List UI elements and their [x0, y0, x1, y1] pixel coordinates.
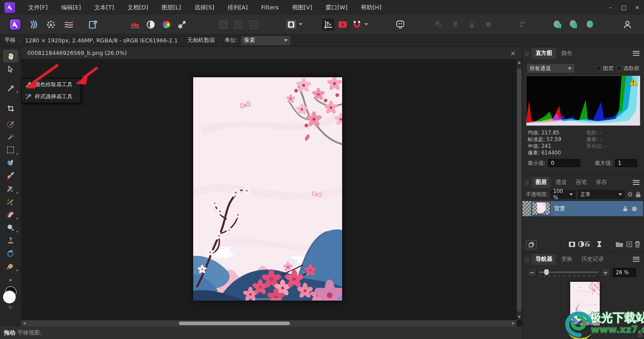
develop-persona-button[interactable] [45, 18, 57, 31]
clone-stamp-tool[interactable] [3, 234, 18, 247]
blur-brush-tool[interactable] [3, 221, 18, 234]
boolean-add-button[interactable] [551, 18, 564, 31]
lock-icon[interactable] [635, 191, 641, 198]
snapping-chevron-icon[interactable] [364, 23, 368, 25]
flyout-item-color-picker[interactable]: 颜色拾取器工具 [21, 79, 80, 91]
color-picker-tool[interactable] [3, 82, 18, 95]
menu-filters[interactable]: Filters [254, 0, 285, 15]
delete-layer-button[interactable] [635, 241, 640, 249]
panel-drag-handle[interactable]: || [525, 256, 529, 262]
flood-select-tool[interactable] [3, 130, 18, 143]
undo-brush-tool[interactable] [3, 247, 18, 260]
quick-mask-button[interactable] [285, 18, 297, 31]
snapping-magnet-button[interactable] [351, 18, 363, 31]
order-front-button[interactable] [482, 18, 495, 31]
layer-thumbnail[interactable] [532, 202, 551, 215]
opacity-select[interactable]: 100 % [551, 190, 576, 199]
unit-select[interactable]: 像素 [241, 36, 290, 45]
marquee-checkbox[interactable] [616, 66, 622, 71]
menu-text[interactable]: 文本[T] [88, 0, 121, 15]
close-button[interactable]: × [631, 0, 644, 15]
insert-inside-button[interactable] [626, 241, 632, 249]
scroll-up-icon[interactable]: ▲ [517, 59, 522, 66]
min-value-input[interactable]: 0 [548, 159, 580, 167]
order-down-button[interactable] [449, 18, 462, 31]
zoom-slider[interactable] [539, 268, 598, 277]
snapping-grid-button[interactable] [322, 18, 335, 31]
layer-visible-toggle[interactable] [632, 206, 637, 211]
more-tools-button[interactable]: » [9, 276, 13, 283]
vertical-scrollbar[interactable]: ▲ ▼ [517, 59, 522, 320]
tab-brushes[interactable]: 画笔 [572, 177, 590, 188]
menu-select[interactable]: 选择[S] [188, 0, 221, 15]
canvas-area[interactable]: 颜色拾取器工具 样式选择器工具 ▲ ▼ [21, 59, 522, 326]
menu-edit[interactable]: 编辑[E] [55, 0, 88, 15]
selection-hatch-button[interactable] [217, 18, 229, 31]
view-hand-tool[interactable] [3, 50, 18, 63]
auto-contrast-button[interactable] [144, 18, 157, 31]
menu-window[interactable]: 窗口[W] [319, 0, 354, 15]
eraser-tool[interactable] [3, 208, 18, 221]
menu-view[interactable]: 视图[V] [285, 0, 319, 15]
menu-document[interactable]: 文档[D] [121, 0, 155, 15]
document-tab[interactable]: 0008118446926569_b.png (26.0%) [21, 47, 133, 59]
duplicate-layer-button[interactable] [526, 240, 537, 249]
max-value-input[interactable]: 1 [615, 159, 637, 167]
channel-select[interactable]: 所有通道 [527, 64, 574, 73]
boolean-intersect-button[interactable] [584, 18, 596, 31]
layer-lock-icon[interactable] [623, 206, 628, 212]
adjustment-layer-button[interactable] [578, 241, 585, 249]
tab-stock[interactable]: 库存 [592, 177, 610, 188]
scroll-right-icon[interactable]: ▶ [512, 320, 515, 326]
layer-visibility-strip[interactable] [522, 201, 531, 216]
photo-persona-button[interactable] [9, 18, 21, 31]
smudge-tool[interactable] [3, 260, 18, 273]
scroll-down-icon[interactable]: ▼ [517, 314, 522, 320]
tab-color[interactable]: 颜色 [558, 48, 576, 59]
zoom-out-button[interactable]: − [528, 268, 537, 277]
gradient-tool[interactable] [3, 169, 18, 182]
tab-layers[interactable]: 图层 [532, 177, 550, 188]
mask-layer-button[interactable] [568, 241, 576, 249]
zoom-in-button[interactable]: + [601, 268, 610, 277]
panel-menu-icon[interactable] [633, 51, 640, 56]
crop-tool[interactable] [3, 102, 18, 115]
account-button[interactable] [621, 18, 634, 31]
primary-color-swatch[interactable] [3, 291, 16, 303]
scroll-left-icon[interactable]: ◀ [23, 320, 25, 326]
auto-colors-button[interactable] [160, 18, 173, 31]
zoom-slider-thumb[interactable] [544, 269, 549, 275]
auto-levels-button[interactable] [129, 18, 141, 31]
group-layers-button[interactable] [615, 241, 623, 249]
layer-checkbox[interactable] [596, 66, 601, 71]
flyout-item-style-picker[interactable]: 样式选择器工具 [21, 91, 80, 103]
paint-brush-tool[interactable] [3, 182, 18, 195]
assistant-manager-button[interactable] [336, 18, 349, 31]
boolean-subtract-button[interactable] [568, 18, 580, 31]
swap-colors-icon[interactable]: ↻ [8, 305, 13, 310]
tab-history[interactable]: 历史记录 [578, 254, 607, 265]
horizontal-scrollbar[interactable]: ◀ ▶ [21, 320, 517, 326]
layer-row-background[interactable]: 背景 [522, 201, 643, 216]
vertical-scroll-thumb[interactable] [517, 68, 521, 312]
canvas-image[interactable] [193, 77, 342, 301]
panel-resize-grip[interactable] [638, 333, 642, 337]
color-replacement-brush-tool[interactable] [3, 195, 18, 208]
maximize-button[interactable]: □ [617, 0, 631, 15]
blend-mode-select[interactable]: 正常 [578, 190, 625, 199]
menu-file[interactable]: 文件[F] [21, 0, 55, 15]
tab-histogram[interactable]: 直方图 [532, 48, 556, 59]
order-back-button[interactable] [432, 18, 445, 31]
selection-brush-tool[interactable] [3, 117, 18, 130]
panel-drag-handle[interactable]: || [525, 50, 529, 56]
auto-white-balance-button[interactable] [176, 18, 188, 31]
layer-effects-fx-button[interactable]: fx [585, 242, 590, 248]
liquify-persona-button[interactable] [27, 18, 39, 31]
zoom-value-input[interactable]: 26 % [613, 268, 636, 277]
move-tool[interactable] [3, 63, 18, 75]
marquee-select-tool[interactable] [3, 143, 18, 156]
live-filter-button[interactable] [597, 241, 602, 249]
order-up-button[interactable] [466, 18, 478, 31]
assistant-robot-button[interactable] [394, 18, 407, 31]
panel-menu-icon[interactable] [633, 180, 640, 185]
